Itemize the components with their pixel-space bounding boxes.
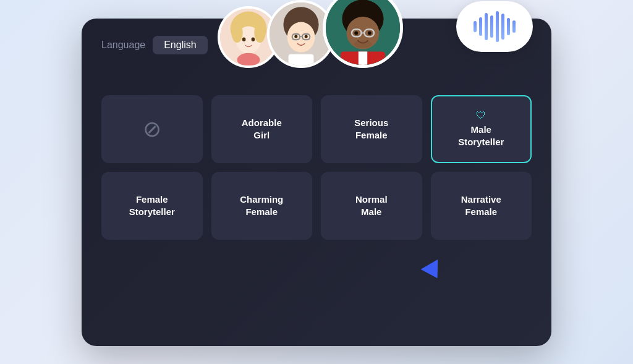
wave-bar <box>496 11 499 42</box>
voice-card-adorable-girl[interactable]: AdorableGirl <box>211 95 313 163</box>
wave-bar <box>507 18 510 35</box>
svg-point-25 <box>354 40 372 48</box>
svg-point-14 <box>294 35 297 38</box>
svg-point-3 <box>231 22 242 43</box>
wave-bar <box>512 20 516 33</box>
voice-name: CharmingFemale <box>240 193 283 218</box>
wave-bar <box>485 13 488 40</box>
voice-card-serious-female[interactable]: SeriousFemale <box>321 95 422 163</box>
voice-name: NormalMale <box>355 193 388 218</box>
voice-selector-card: Language English ⊘AdorableGirlSeriousFem… <box>82 19 551 346</box>
premium-shield-icon: 🛡 <box>476 110 486 121</box>
voice-card-charming-female[interactable]: CharmingFemale <box>211 172 313 240</box>
svg-point-6 <box>252 37 255 41</box>
voice-name: FemaleStoryteller <box>129 193 175 218</box>
cursor-arrow <box>421 259 446 283</box>
voice-name: AdorableGirl <box>242 117 282 141</box>
language-label: Language <box>101 40 145 51</box>
avatars-container <box>218 0 403 68</box>
voice-card-male-storyteller[interactable]: 🛡MaleStoryteller <box>431 95 532 163</box>
svg-point-5 <box>242 37 246 41</box>
voice-card-narrative-female[interactable]: NarrativeFemale <box>431 172 532 240</box>
svg-rect-16 <box>289 54 314 65</box>
voice-name: MaleStoryteller <box>458 124 504 148</box>
voice-grid: ⊘AdorableGirlSeriousFemale🛡MaleStorytell… <box>82 83 551 260</box>
svg-rect-27 <box>359 51 367 65</box>
wave-bar <box>501 14 504 40</box>
waveform-pill <box>456 1 533 52</box>
wave-bar <box>474 21 477 32</box>
svg-point-15 <box>305 35 308 38</box>
svg-point-23 <box>354 31 358 35</box>
ban-icon: ⊘ <box>143 116 161 142</box>
svg-point-24 <box>368 31 372 35</box>
wave-bar <box>490 15 493 38</box>
wave-bar <box>479 17 482 36</box>
language-badge[interactable]: English <box>153 36 207 54</box>
voice-card-normal-male[interactable]: NormalMale <box>321 172 422 240</box>
voice-name: SeriousFemale <box>354 117 388 141</box>
voice-card-none[interactable]: ⊘ <box>101 95 203 163</box>
voice-name: NarrativeFemale <box>461 193 501 218</box>
svg-point-4 <box>254 22 265 43</box>
svg-point-10 <box>287 22 315 52</box>
voice-card-female-storyteller[interactable]: FemaleStoryteller <box>101 172 203 240</box>
avatar-man <box>323 0 403 68</box>
